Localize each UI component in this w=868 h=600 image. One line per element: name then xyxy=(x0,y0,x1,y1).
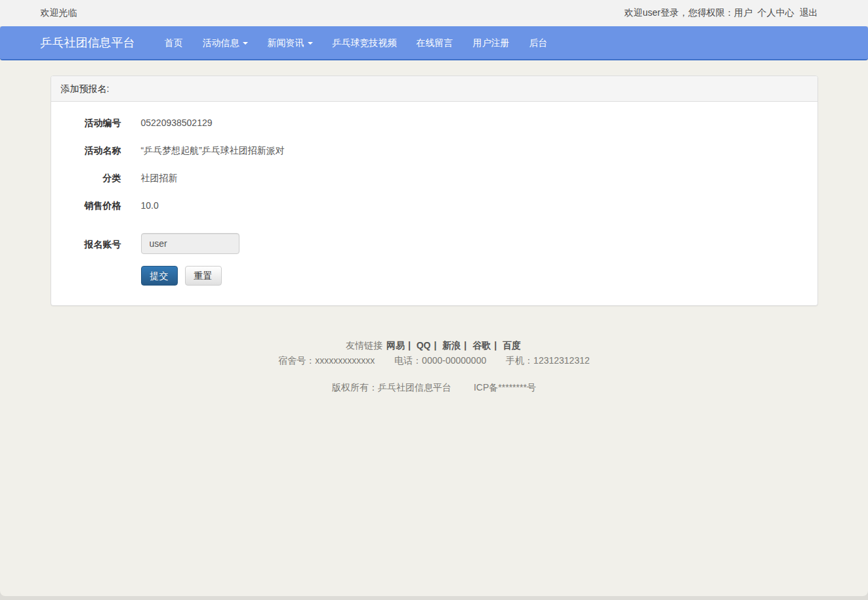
icp-number: ICP备********号 xyxy=(474,382,536,393)
category-value: 社团招新 xyxy=(141,167,178,184)
friendly-links-title: 友情链接 xyxy=(346,340,382,351)
nav-item-messages[interactable]: 在线留言 xyxy=(407,26,463,59)
panel-title: 添加预报名: xyxy=(51,76,817,102)
copyright-row: 版权所有：乒乓社团信息平台 ICP备********号 xyxy=(0,381,868,394)
form-buttons: 提交 重置 xyxy=(141,266,808,286)
copyright-text: 版权所有：乒乓社团信息平台 xyxy=(332,382,451,393)
dorm-number: 宿舍号：xxxxxxxxxxxxx xyxy=(278,355,375,366)
activity-id-label: 活动编号 xyxy=(61,112,121,129)
nav-item-label: 新闻资讯 xyxy=(268,37,304,48)
activity-name-label: 活动名称 xyxy=(61,139,121,157)
profile-link[interactable]: 个人中心 xyxy=(758,7,795,18)
link-separator: | xyxy=(464,340,466,351)
form-row-account: 报名账号 xyxy=(61,233,808,254)
reset-button[interactable]: 重置 xyxy=(185,266,222,286)
user-session-info: 欢迎user登录，您得权限：用户 个人中心 退出 xyxy=(624,7,817,19)
nav-item-label: 后台 xyxy=(529,37,548,48)
top-bar: 欢迎光临 欢迎user登录，您得权限：用户 个人中心 退出 xyxy=(0,0,868,26)
account-input[interactable] xyxy=(141,233,239,254)
page-footer: 友情链接 网易| QQ| 新浪| 谷歌| 百度 宿舍号：xxxxxxxxxxxx… xyxy=(0,339,868,394)
form-row-activity-id: 活动编号 05220938502129 xyxy=(61,112,808,129)
nav-item-label: 在线留言 xyxy=(417,37,453,48)
main-content-area: 添加预报名: 活动编号 05220938502129 活动名称 “乒乓梦想起航”… xyxy=(0,60,868,596)
link-separator: | xyxy=(408,340,411,351)
price-label: 销售价格 xyxy=(61,194,121,212)
form-spacer xyxy=(61,222,808,233)
link-google[interactable]: 谷歌 xyxy=(472,340,491,351)
nav-item-home[interactable]: 首页 xyxy=(155,26,193,59)
activity-name-value: “乒乓梦想起航”乒乓球社团招新派对 xyxy=(141,139,285,157)
submit-button[interactable]: 提交 xyxy=(141,266,178,286)
pre-registration-panel: 添加预报名: 活动编号 05220938502129 活动名称 “乒乓梦想起航”… xyxy=(51,75,818,306)
form-row-price: 销售价格 10.0 xyxy=(61,194,808,212)
brand-logo[interactable]: 乒乓社团信息平台 xyxy=(41,26,146,59)
nav-menu: 首页 活动信息 新闻资讯 乒乓球竞技视频 在线留言 用户注册 后台 xyxy=(155,26,558,59)
logout-link[interactable]: 退出 xyxy=(800,7,818,18)
link-separator: | xyxy=(434,340,437,351)
pre-registration-form: 活动编号 05220938502129 活动名称 “乒乓梦想起航”乒乓球社团招新… xyxy=(51,102,817,305)
category-label: 分类 xyxy=(61,167,121,184)
activity-id-value: 05220938502129 xyxy=(141,112,213,129)
nav-item-label: 乒乓球竞技视频 xyxy=(333,37,397,48)
link-baidu[interactable]: 百度 xyxy=(503,340,521,351)
price-value: 10.0 xyxy=(141,194,159,212)
nav-item-videos[interactable]: 乒乓球竞技视频 xyxy=(323,26,407,59)
main-navbar: 乒乓社团信息平台 首页 活动信息 新闻资讯 乒乓球竞技视频 在线留言 用户注册 … xyxy=(0,26,868,60)
nav-item-register[interactable]: 用户注册 xyxy=(463,26,520,59)
link-netease[interactable]: 网易 xyxy=(386,340,405,351)
link-sina[interactable]: 新浪 xyxy=(442,340,461,351)
welcome-greeting: 欢迎光临 xyxy=(41,7,77,19)
nav-item-activities-dropdown[interactable]: 活动信息 xyxy=(193,26,258,59)
form-row-category: 分类 社团招新 xyxy=(61,167,808,184)
nav-item-label: 活动信息 xyxy=(203,37,239,48)
friendly-links-row: 友情链接 网易| QQ| 新浪| 谷歌| 百度 xyxy=(0,339,868,352)
form-row-activity-name: 活动名称 “乒乓梦想起航”乒乓球社团招新派对 xyxy=(61,139,808,157)
link-separator: | xyxy=(494,340,497,351)
nav-item-label: 首页 xyxy=(165,37,183,48)
account-label: 报名账号 xyxy=(61,233,121,254)
caret-down-icon xyxy=(243,42,248,45)
link-qq[interactable]: QQ xyxy=(417,340,431,351)
login-status-text: 欢迎user登录，您得权限：用户 xyxy=(624,7,752,18)
contact-info-row: 宿舍号：xxxxxxxxxxxxx 电话：0000-00000000 手机：12… xyxy=(0,354,868,367)
nav-item-admin[interactable]: 后台 xyxy=(520,26,558,59)
mobile-number: 手机：12312312312 xyxy=(506,355,590,366)
phone-number: 电话：0000-00000000 xyxy=(394,355,486,366)
caret-down-icon xyxy=(308,42,313,45)
nav-item-label: 用户注册 xyxy=(473,37,510,48)
nav-item-news-dropdown[interactable]: 新闻资讯 xyxy=(258,26,323,59)
